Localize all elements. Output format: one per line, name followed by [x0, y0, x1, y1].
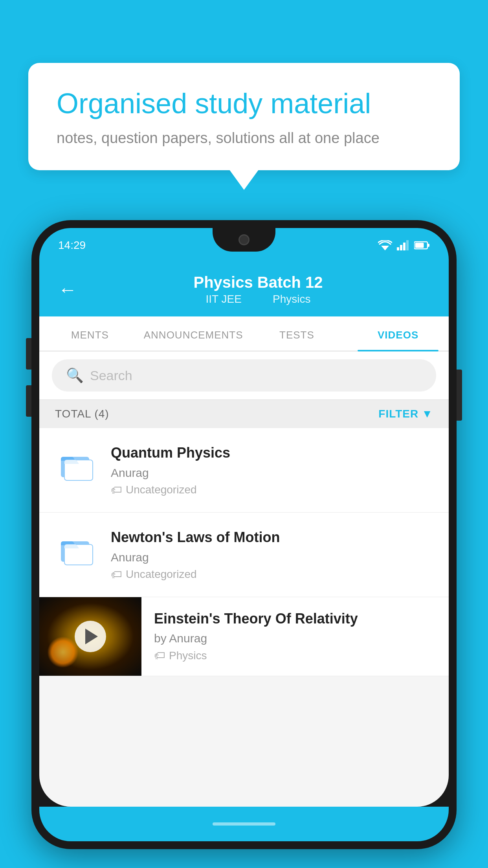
play-icon: [85, 629, 98, 644]
item-1-author: Anurag: [111, 466, 433, 480]
filter-icon: ▼: [422, 408, 433, 420]
home-indicator[interactable]: [213, 822, 275, 826]
tabs-bar: MENTS ANNOUNCEMENTS TESTS VIDEOS: [39, 316, 449, 351]
header-subtitle-sep: [254, 293, 261, 305]
svg-rect-7: [415, 243, 424, 248]
item-2-tag: 🏷 Uncategorized: [111, 568, 433, 581]
power-button: [457, 370, 462, 421]
app-header: ← Physics Batch 12 IIT JEE Physics: [39, 263, 449, 316]
front-camera: [238, 234, 250, 245]
filter-button[interactable]: FILTER ▼: [378, 408, 433, 420]
signal-icon: [397, 240, 409, 250]
total-count: TOTAL (4): [55, 408, 109, 420]
item-1-info: Quantum Physics Anurag 🏷 Uncategorized: [111, 444, 433, 497]
status-icons: [378, 240, 430, 250]
phone-notch: [213, 228, 275, 252]
item-2-thumbnail: [55, 528, 98, 572]
battery-icon: [414, 241, 430, 250]
tag-icon: 🏷: [111, 484, 122, 497]
list-item[interactable]: Quantum Physics Anurag 🏷 Uncategorized: [39, 428, 449, 513]
filter-bar: TOTAL (4) FILTER ▼: [39, 400, 449, 428]
item-2-author: Anurag: [111, 551, 433, 564]
item-2-info: Newton's Laws of Motion Anurag 🏷 Uncateg…: [111, 528, 433, 581]
app-screen: ← Physics Batch 12 IIT JEE Physics MENTS…: [39, 263, 449, 807]
phone-frame: 14:29: [31, 220, 457, 849]
list-item[interactable]: Einstein's Theory Of Relativity by Anura…: [39, 597, 449, 676]
header-subtitle-iit: IIT JEE: [206, 293, 242, 305]
item-3-tag-label: Physics: [169, 649, 207, 662]
search-bar[interactable]: 🔍 Search: [52, 359, 436, 392]
volume-down-button: [26, 385, 31, 417]
speech-bubble-subtitle: notes, question papers, solutions all at…: [57, 130, 431, 147]
item-1-title: Quantum Physics: [111, 444, 433, 462]
speech-bubble: Organised study material notes, question…: [28, 63, 460, 170]
header-subtitle-physics: Physics: [273, 293, 310, 305]
tag-icon: 🏷: [154, 649, 165, 662]
volume-up-button: [26, 338, 31, 370]
search-input[interactable]: Search: [90, 368, 132, 383]
item-3-tag: 🏷 Physics: [154, 649, 436, 662]
status-bar: 14:29: [39, 228, 449, 263]
item-2-title: Newton's Laws of Motion: [111, 528, 433, 547]
svg-rect-4: [406, 240, 409, 250]
tab-videos[interactable]: VIDEOS: [347, 316, 449, 351]
search-container: 🔍 Search: [39, 351, 449, 400]
video-list: Quantum Physics Anurag 🏷 Uncategorized: [39, 428, 449, 676]
header-center: Physics Batch 12 IIT JEE Physics: [86, 274, 430, 305]
back-button[interactable]: ←: [58, 280, 77, 299]
tab-tests[interactable]: TESTS: [246, 316, 348, 351]
item-3-title: Einstein's Theory Of Relativity: [154, 610, 436, 628]
play-button[interactable]: [75, 621, 106, 652]
svg-rect-3: [403, 243, 405, 250]
folder-icon: [59, 534, 94, 566]
folder-icon: [59, 450, 94, 481]
tag-icon: 🏷: [111, 568, 122, 581]
svg-rect-1: [397, 247, 399, 250]
phone-device: 14:29: [31, 220, 457, 868]
item-3-author: by Anurag: [154, 632, 436, 645]
list-item[interactable]: Newton's Laws of Motion Anurag 🏷 Uncateg…: [39, 513, 449, 597]
item-2-tag-label: Uncategorized: [126, 568, 197, 581]
tab-ments[interactable]: MENTS: [39, 316, 141, 351]
header-subtitle: IIT JEE Physics: [86, 293, 430, 305]
item-1-thumbnail: [55, 444, 98, 487]
svg-marker-0: [381, 246, 389, 250]
wifi-icon: [378, 240, 392, 250]
filter-label: FILTER: [378, 408, 418, 420]
item-3-info: Einstein's Theory Of Relativity by Anura…: [141, 597, 449, 675]
item-1-tag-label: Uncategorized: [126, 484, 197, 496]
svg-rect-2: [400, 245, 402, 250]
header-title: Physics Batch 12: [86, 274, 430, 291]
tab-announcements[interactable]: ANNOUNCEMENTS: [141, 316, 246, 351]
status-time: 14:29: [58, 239, 86, 252]
speech-bubble-title: Organised study material: [57, 86, 431, 120]
phone-bottom-bar: [39, 807, 449, 841]
search-icon: 🔍: [66, 367, 84, 384]
svg-rect-6: [427, 244, 429, 247]
item-3-video-thumbnail: [39, 597, 141, 676]
item-1-tag: 🏷 Uncategorized: [111, 484, 433, 497]
